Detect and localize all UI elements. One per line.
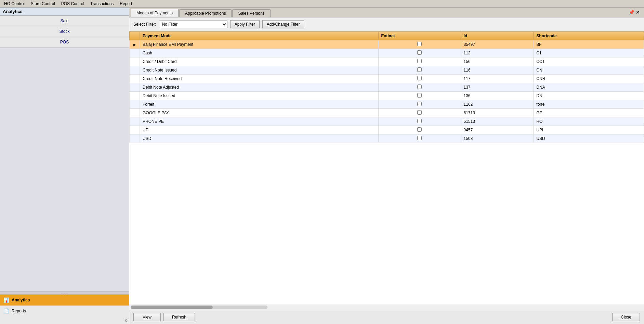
cell-payment-mode: PHONE PE bbox=[140, 117, 379, 126]
cell-extinct[interactable] bbox=[378, 57, 461, 66]
cell-shortcode: CNI bbox=[534, 66, 644, 75]
cell-payment-mode: Debit Note Adjusted bbox=[140, 83, 379, 92]
footer-left: View Refresh bbox=[133, 313, 195, 321]
tabs-container: Modes of Payments Applicable Promotions … bbox=[129, 8, 272, 17]
reports-icon: 📄 bbox=[3, 308, 10, 314]
extinct-checkbox[interactable] bbox=[417, 102, 422, 106]
col-payment-mode[interactable]: Payment Mode bbox=[140, 32, 379, 40]
sidebar-expand-arrow[interactable]: » bbox=[0, 316, 129, 324]
extinct-checkbox[interactable] bbox=[417, 50, 422, 55]
extinct-checkbox[interactable] bbox=[417, 119, 422, 123]
table-row[interactable]: Credit / Debit Card156CC1 bbox=[130, 57, 644, 66]
menu-store-control[interactable]: Store Control bbox=[28, 1, 58, 7]
cell-shortcode: USD bbox=[534, 134, 644, 143]
main-container: Analytics Sale Stock POS ......... 📊 Ana… bbox=[0, 8, 644, 324]
tab-applicable-promotions[interactable]: Applicable Promotions bbox=[179, 9, 232, 17]
table-row[interactable]: GOOGLE PAY61713GP bbox=[130, 109, 644, 117]
table-row[interactable]: PHONE PE51513HO bbox=[130, 117, 644, 126]
panel-close-button[interactable]: 📌 ✕ bbox=[626, 9, 643, 16]
sidebar-item-pos[interactable]: POS bbox=[0, 37, 129, 48]
table-row[interactable]: Forfeit1162forfe bbox=[130, 100, 644, 109]
cell-extinct[interactable] bbox=[378, 109, 461, 117]
cell-payment-mode: Bajaj Finance EMI Payment bbox=[140, 40, 379, 49]
menu-ho-control[interactable]: HO Control bbox=[1, 1, 27, 7]
col-shortcode[interactable]: Shortcode bbox=[534, 32, 644, 40]
col-extinct[interactable]: Extinct bbox=[378, 32, 461, 40]
cell-extinct[interactable] bbox=[378, 134, 461, 143]
table-row[interactable]: Debit Note Issued136DNI bbox=[130, 92, 644, 100]
row-indicator bbox=[130, 109, 140, 117]
extinct-checkbox[interactable] bbox=[417, 42, 422, 46]
table-row[interactable]: Debit Note Adjusted137DNA bbox=[130, 83, 644, 92]
scrollbar-track bbox=[131, 306, 267, 309]
table-row[interactable]: UPI9457UPI bbox=[130, 126, 644, 134]
cell-extinct[interactable] bbox=[378, 40, 461, 49]
row-indicator bbox=[130, 83, 140, 92]
table-row[interactable]: USD1503USD bbox=[130, 134, 644, 143]
cell-payment-mode: Forfeit bbox=[140, 100, 379, 109]
sidebar-reports-label: Reports bbox=[12, 309, 26, 313]
table-row[interactable]: Credit Note Issued116CNI bbox=[130, 66, 644, 75]
footer-bar: View Refresh Close bbox=[129, 310, 644, 324]
cell-shortcode: DNA bbox=[534, 83, 644, 92]
extinct-checkbox[interactable] bbox=[417, 110, 422, 115]
sidebar: Analytics Sale Stock POS ......... 📊 Ana… bbox=[0, 8, 129, 324]
row-indicator: ▶ bbox=[130, 40, 140, 49]
table-area[interactable]: Payment Mode Extinct Id Shortcode ▶Bajaj… bbox=[129, 31, 644, 304]
cell-payment-mode: GOOGLE PAY bbox=[140, 109, 379, 117]
row-indicator bbox=[130, 75, 140, 83]
cell-id: 116 bbox=[461, 66, 534, 75]
extinct-checkbox[interactable] bbox=[417, 59, 422, 63]
cell-id: 137 bbox=[461, 83, 534, 92]
sidebar-item-sale[interactable]: Sale bbox=[0, 16, 129, 26]
refresh-button[interactable]: Refresh bbox=[163, 313, 195, 321]
menu-transactions[interactable]: Transactions bbox=[88, 1, 116, 7]
cell-extinct[interactable] bbox=[378, 92, 461, 100]
close-button[interactable]: Close bbox=[612, 313, 640, 321]
row-indicator bbox=[130, 126, 140, 134]
sidebar-item-analytics[interactable]: 📊 Analytics bbox=[0, 295, 129, 306]
cell-extinct[interactable] bbox=[378, 100, 461, 109]
cell-extinct[interactable] bbox=[378, 126, 461, 134]
sidebar-item-reports[interactable]: 📄 Reports bbox=[0, 306, 129, 316]
filter-select[interactable]: No Filter bbox=[159, 21, 227, 28]
horizontal-scrollbar[interactable] bbox=[129, 304, 644, 310]
cell-extinct[interactable] bbox=[378, 83, 461, 92]
scrollbar-thumb[interactable] bbox=[131, 306, 213, 309]
cell-extinct[interactable] bbox=[378, 49, 461, 57]
cell-payment-mode: Credit Note Received bbox=[140, 75, 379, 83]
cell-payment-mode: Credit Note Issued bbox=[140, 66, 379, 75]
cell-extinct[interactable] bbox=[378, 66, 461, 75]
cell-shortcode: CC1 bbox=[534, 57, 644, 66]
menu-report[interactable]: Report bbox=[117, 1, 135, 7]
menubar: HO Control Store Control POS Control Tra… bbox=[0, 0, 644, 8]
cell-extinct[interactable] bbox=[378, 75, 461, 83]
add-change-filter-button[interactable]: Add/Change Filter bbox=[262, 20, 304, 28]
extinct-checkbox[interactable] bbox=[417, 76, 422, 80]
cell-id: 112 bbox=[461, 49, 534, 57]
extinct-checkbox[interactable] bbox=[417, 93, 422, 98]
sidebar-item-stock[interactable]: Stock bbox=[0, 26, 129, 37]
apply-filter-button[interactable]: Apply Filter bbox=[230, 20, 260, 28]
extinct-checkbox[interactable] bbox=[417, 67, 422, 72]
cell-shortcode: BF bbox=[534, 40, 644, 49]
view-button[interactable]: View bbox=[133, 313, 161, 321]
cell-extinct[interactable] bbox=[378, 117, 461, 126]
menu-pos-control[interactable]: POS Control bbox=[58, 1, 87, 7]
col-indicator bbox=[130, 32, 140, 40]
extinct-checkbox[interactable] bbox=[417, 136, 422, 140]
cell-shortcode: UPI bbox=[534, 126, 644, 134]
payment-modes-table: Payment Mode Extinct Id Shortcode ▶Bajaj… bbox=[129, 31, 644, 143]
table-row[interactable]: Credit Note Received117CNR bbox=[130, 75, 644, 83]
tab-modes-of-payments[interactable]: Modes of Payments bbox=[131, 9, 179, 17]
col-id[interactable]: Id bbox=[461, 32, 534, 40]
sidebar-resizer[interactable]: ......... bbox=[0, 291, 129, 295]
table-row[interactable]: ▶Bajaj Finance EMI Payment35497BF bbox=[130, 40, 644, 49]
tab-sales-persons[interactable]: Sales Persons bbox=[232, 9, 270, 17]
extinct-checkbox[interactable] bbox=[417, 85, 422, 89]
table-row[interactable]: Cash112C1 bbox=[130, 49, 644, 57]
extinct-checkbox[interactable] bbox=[417, 127, 422, 132]
row-indicator bbox=[130, 134, 140, 143]
cell-payment-mode: Debit Note Issued bbox=[140, 92, 379, 100]
cell-shortcode: forfe bbox=[534, 100, 644, 109]
